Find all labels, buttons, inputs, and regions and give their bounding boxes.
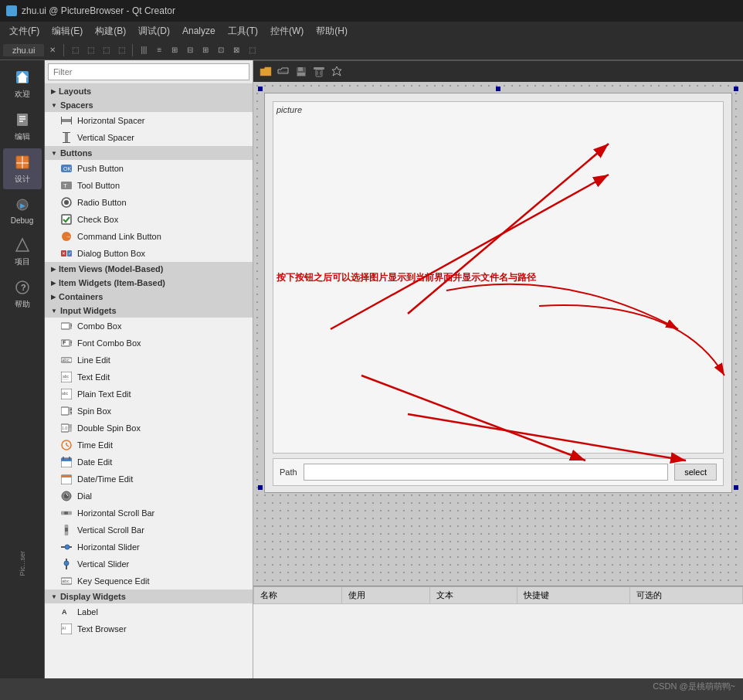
lineedit-icon: abc <box>60 354 73 366</box>
svg-point-76 <box>64 561 69 566</box>
toolbar-btn-5[interactable]: ||| <box>137 43 151 57</box>
menu-build[interactable]: 构建(B) <box>89 23 132 39</box>
toolbar-btn-6[interactable]: ≡ <box>152 43 166 57</box>
toolbar-btn-1[interactable]: ⬚ <box>68 43 82 57</box>
category-buttons[interactable]: ▼ Buttons <box>45 146 253 160</box>
toolbar-btn-9[interactable]: ⊞ <box>198 43 212 57</box>
list-item-dial[interactable]: Dial <box>45 488 253 505</box>
list-item-textedit[interactable]: abc Text Edit <box>45 369 253 386</box>
design-canvas[interactable]: picture Path select <box>253 82 743 586</box>
open-icon[interactable] <box>276 64 291 80</box>
label-icon: A <box>60 606 73 618</box>
svg-text:T: T <box>63 182 67 189</box>
menu-controls[interactable]: 控件(W) <box>264 23 310 39</box>
list-item-lineedit[interactable]: abc Line Edit <box>45 352 253 369</box>
list-item-spinbox[interactable]: ▲▼ Spin Box <box>45 403 253 420</box>
svg-text:?: ? <box>21 283 26 292</box>
sidebar-item-debug[interactable]: ▶ Debug <box>3 191 42 229</box>
list-item-cmdlink[interactable]: → Command Link Button <box>45 228 253 245</box>
toolbar-btn-2[interactable]: ⬚ <box>83 43 97 57</box>
category-containers[interactable]: ▶ Containers <box>45 290 253 304</box>
category-itemviews[interactable]: ▶ Item Views (Model-Based) <box>45 262 253 276</box>
toolbar-btn-4[interactable]: ⬚ <box>114 43 128 57</box>
svg-text:abc: abc <box>62 579 70 583</box>
toolbar-btn-11[interactable]: ⊠ <box>229 43 243 57</box>
menu-edit[interactable]: 编辑(E) <box>46 23 89 39</box>
dial-icon <box>60 490 73 502</box>
category-display[interactable]: ▼ Display Widgets <box>45 590 253 603</box>
item-label: Time Edit <box>77 440 113 450</box>
list-item-radiobutton[interactable]: Radio Button <box>45 194 253 211</box>
sidebar-item-help[interactable]: ? 帮助 <box>3 274 42 314</box>
list-item-toolbutton[interactable]: T Tool Button <box>45 177 253 194</box>
item-label: Vertical Spacer <box>77 133 134 142</box>
list-item-datetimeedit[interactable]: Date/Time Edit <box>45 471 253 488</box>
list-item-fontcombo[interactable]: F▼ Font Combo Box <box>45 335 253 352</box>
svg-point-26 <box>64 200 69 205</box>
sidebar-label-help: 帮助 <box>15 299 30 310</box>
path-input[interactable] <box>304 464 669 481</box>
select-button[interactable]: select <box>674 464 717 481</box>
list-item-dialogbtn[interactable]: ✕✓ Dialog Button Box <box>45 245 253 262</box>
list-item-combobox[interactable]: ▼ Combo Box <box>45 318 253 335</box>
toolbar-btn-8[interactable]: ⊟ <box>183 43 197 57</box>
toolbar-tab-ui[interactable]: zhu.ui <box>3 44 44 56</box>
list-item-doublespinbox[interactable]: 1.0 Double Spin Box <box>45 420 253 437</box>
svg-rect-87 <box>316 70 322 76</box>
list-item-keyseq[interactable]: abc Key Sequence Edit <box>45 573 253 590</box>
menu-help[interactable]: 帮助(H) <box>310 23 354 39</box>
svg-rect-56 <box>69 428 72 432</box>
svg-text:▼: ▼ <box>70 340 72 345</box>
list-item-textbrowser[interactable]: AI Text Browser <box>45 620 253 637</box>
toolbar-btn-12[interactable]: ⬚ <box>245 43 259 57</box>
delete-icon[interactable] <box>311 64 327 80</box>
menu-tools[interactable]: 工具(T) <box>222 23 264 39</box>
list-item-vslider[interactable]: Vertical Slider <box>45 556 253 573</box>
sidebar-item-project[interactable]: 项目 <box>3 231 42 272</box>
keyseq-icon: abc <box>60 575 73 587</box>
item-label: Key Sequence Edit <box>77 576 150 586</box>
category-spacers[interactable]: ▼ Spacers <box>45 98 253 112</box>
close-tab-btn[interactable]: ✕ <box>46 43 59 57</box>
toolbutton-icon: T <box>60 179 73 192</box>
menu-file[interactable]: 文件(F) <box>3 23 46 39</box>
list-item-label[interactable]: A Label <box>45 603 253 620</box>
settings-icon[interactable] <box>329 64 344 80</box>
list-item-hslider[interactable]: Horizontal Slider <box>45 539 253 556</box>
category-layouts[interactable]: ▶ Layouts <box>45 84 253 98</box>
list-item-hspacer[interactable]: Horizontal Spacer <box>45 112 253 129</box>
menu-analyze[interactable]: Analyze <box>176 24 222 38</box>
vslider-icon <box>60 558 73 570</box>
item-label: Horizontal Spacer <box>77 116 144 125</box>
toolbar-btn-3[interactable]: ⬚ <box>99 43 113 57</box>
save-icon[interactable] <box>293 64 309 80</box>
svg-rect-55 <box>69 424 72 428</box>
item-label: Line Edit <box>77 355 110 365</box>
category-input[interactable]: ▼ Input Widgets <box>45 304 253 318</box>
list-item-vspacer[interactable]: Vertical Spacer <box>45 129 253 146</box>
filter-input[interactable] <box>48 63 249 80</box>
list-item-hscrollbar[interactable]: Horizontal Scroll Bar <box>45 505 253 522</box>
list-item-vscrollbar[interactable]: Vertical Scroll Bar <box>45 522 253 539</box>
sidebar-item-welcome[interactable]: 欢迎 <box>3 63 42 104</box>
toolbar-btn-7[interactable]: ⊞ <box>168 43 182 57</box>
sidebar-item-design[interactable]: 设计 <box>3 148 42 189</box>
folder-icon[interactable] <box>258 64 273 80</box>
list-item-dateedit[interactable]: Date Edit <box>45 454 253 471</box>
item-label: Date Edit <box>77 457 112 467</box>
project-icon <box>13 236 32 254</box>
menu-bar: 文件(F) 编辑(E) 构建(B) 调试(D) Analyze 工具(T) 控件… <box>0 22 743 40</box>
doublespinbox-icon: 1.0 <box>60 422 73 434</box>
list-item-checkbox[interactable]: Check Box <box>45 211 253 228</box>
category-label: Buttons <box>60 148 93 158</box>
spinbox-icon: ▲▼ <box>60 405 73 417</box>
category-label: Input Widgets <box>60 306 117 315</box>
list-item-plaintextedit[interactable]: abc Plain Text Edit <box>45 386 253 403</box>
list-item-pushbutton[interactable]: OK Push Button <box>45 160 253 177</box>
category-itemwidgets[interactable]: ▶ Item Widgets (Item-Based) <box>45 276 253 290</box>
toolbar-btn-10[interactable]: ⊡ <box>214 43 228 57</box>
col-header-text: 文本 <box>429 587 517 604</box>
sidebar-item-edit[interactable]: 编辑 <box>3 106 42 147</box>
list-item-timeedit[interactable]: Time Edit <box>45 437 253 454</box>
menu-debug[interactable]: 调试(D) <box>132 23 176 39</box>
